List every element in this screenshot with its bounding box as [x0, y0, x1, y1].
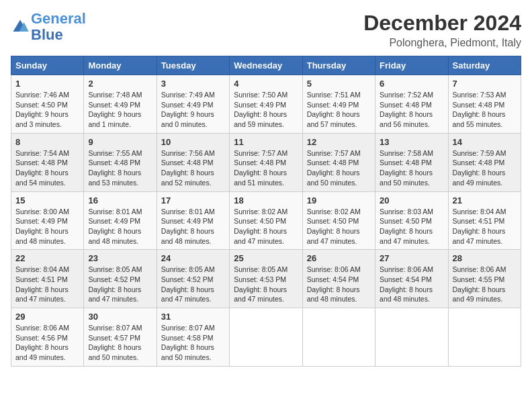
day-number: 3: [161, 79, 225, 89]
logo-text: General Blue: [31, 11, 86, 43]
table-row: 4 Sunrise: 7:50 AMSunset: 4:49 PMDayligh…: [230, 75, 302, 134]
logo-icon: [11, 17, 30, 36]
table-row: [375, 308, 448, 367]
day-detail: Sunrise: 8:04 AMSunset: 4:51 PMDaylight:…: [453, 208, 506, 245]
table-row: 23 Sunrise: 8:05 AMSunset: 4:52 PMDaylig…: [84, 250, 157, 308]
day-number: 22: [15, 253, 79, 263]
day-detail: Sunrise: 8:01 AMSunset: 4:49 PMDaylight:…: [88, 208, 142, 245]
day-detail: Sunrise: 8:02 AMSunset: 4:50 PMDaylight:…: [307, 208, 361, 245]
calendar-week-1: 1 Sunrise: 7:46 AMSunset: 4:50 PMDayligh…: [11, 75, 521, 134]
table-row: 8 Sunrise: 7:54 AMSunset: 4:48 PMDayligh…: [11, 133, 84, 191]
calendar-table: Sunday Monday Tuesday Wednesday Thursday…: [11, 56, 521, 367]
table-row: 12 Sunrise: 7:57 AMSunset: 4:48 PMDaylig…: [302, 133, 375, 191]
day-detail: Sunrise: 8:00 AMSunset: 4:49 PMDaylight:…: [15, 208, 69, 245]
day-number: 5: [307, 79, 371, 89]
day-number: 29: [15, 312, 79, 322]
day-number: 24: [161, 253, 225, 263]
day-number: 8: [15, 137, 79, 147]
title-area: December 2024 Polonghera, Piedmont, Ital…: [363, 11, 521, 49]
day-number: 18: [234, 195, 298, 205]
table-row: [230, 308, 302, 367]
day-detail: Sunrise: 7:57 AMSunset: 4:48 PMDaylight:…: [307, 149, 361, 187]
day-number: 14: [453, 137, 517, 147]
day-number: 10: [161, 137, 225, 147]
day-detail: Sunrise: 7:57 AMSunset: 4:48 PMDaylight:…: [234, 149, 287, 187]
day-detail: Sunrise: 7:54 AMSunset: 4:48 PMDaylight:…: [15, 149, 69, 187]
table-row: [448, 308, 521, 367]
col-tuesday: Tuesday: [157, 56, 229, 75]
col-wednesday: Wednesday: [230, 56, 302, 75]
table-row: 10 Sunrise: 7:56 AMSunset: 4:48 PMDaylig…: [157, 133, 229, 191]
day-number: 2: [88, 79, 152, 89]
table-row: [302, 308, 375, 367]
day-detail: Sunrise: 8:06 AMSunset: 4:54 PMDaylight:…: [307, 265, 361, 303]
table-row: 31 Sunrise: 8:07 AMSunset: 4:58 PMDaylig…: [157, 308, 229, 367]
table-row: 28 Sunrise: 8:06 AMSunset: 4:55 PMDaylig…: [448, 250, 521, 308]
table-row: 2 Sunrise: 7:48 AMSunset: 4:49 PMDayligh…: [84, 75, 157, 134]
table-row: 24 Sunrise: 8:05 AMSunset: 4:52 PMDaylig…: [157, 250, 229, 308]
table-row: 11 Sunrise: 7:57 AMSunset: 4:48 PMDaylig…: [230, 133, 302, 191]
calendar-week-3: 15 Sunrise: 8:00 AMSunset: 4:49 PMDaylig…: [11, 191, 521, 250]
col-saturday: Saturday: [448, 56, 521, 75]
day-number: 20: [380, 195, 443, 205]
day-detail: Sunrise: 8:05 AMSunset: 4:53 PMDaylight:…: [234, 265, 287, 303]
table-row: 26 Sunrise: 8:06 AMSunset: 4:54 PMDaylig…: [302, 250, 375, 308]
day-number: 16: [88, 195, 152, 205]
day-number: 27: [380, 253, 443, 263]
day-number: 7: [453, 79, 517, 89]
day-number: 12: [307, 137, 371, 147]
calendar-week-5: 29 Sunrise: 8:06 AMSunset: 4:56 PMDaylig…: [11, 308, 521, 367]
day-detail: Sunrise: 8:06 AMSunset: 4:56 PMDaylight:…: [15, 324, 69, 361]
day-detail: Sunrise: 8:04 AMSunset: 4:51 PMDaylight:…: [15, 265, 69, 303]
day-number: 17: [161, 195, 225, 205]
day-number: 9: [88, 137, 152, 147]
logo: General Blue: [11, 11, 86, 43]
table-row: 17 Sunrise: 8:01 AMSunset: 4:49 PMDaylig…: [157, 191, 229, 250]
table-row: 22 Sunrise: 8:04 AMSunset: 4:51 PMDaylig…: [11, 250, 84, 308]
month-title: December 2024: [363, 11, 521, 36]
day-number: 1: [15, 79, 79, 89]
location-title: Polonghera, Piedmont, Italy: [363, 37, 521, 49]
table-row: 16 Sunrise: 8:01 AMSunset: 4:49 PMDaylig…: [84, 191, 157, 250]
day-number: 13: [380, 137, 443, 147]
calendar-week-2: 8 Sunrise: 7:54 AMSunset: 4:48 PMDayligh…: [11, 133, 521, 191]
day-number: 4: [234, 79, 298, 89]
day-detail: Sunrise: 7:48 AMSunset: 4:49 PMDaylight:…: [88, 91, 142, 128]
day-detail: Sunrise: 8:07 AMSunset: 4:57 PMDaylight:…: [88, 324, 142, 361]
col-friday: Friday: [375, 56, 448, 75]
day-detail: Sunrise: 8:05 AMSunset: 4:52 PMDaylight:…: [161, 265, 215, 303]
table-row: 20 Sunrise: 8:03 AMSunset: 4:50 PMDaylig…: [375, 191, 448, 250]
table-row: 1 Sunrise: 7:46 AMSunset: 4:50 PMDayligh…: [11, 75, 84, 134]
table-row: 27 Sunrise: 8:06 AMSunset: 4:54 PMDaylig…: [375, 250, 448, 308]
day-detail: Sunrise: 7:58 AMSunset: 4:48 PMDaylight:…: [380, 149, 433, 187]
day-detail: Sunrise: 8:05 AMSunset: 4:52 PMDaylight:…: [88, 265, 142, 303]
table-row: 21 Sunrise: 8:04 AMSunset: 4:51 PMDaylig…: [448, 191, 521, 250]
table-row: 30 Sunrise: 8:07 AMSunset: 4:57 PMDaylig…: [84, 308, 157, 367]
day-detail: Sunrise: 7:50 AMSunset: 4:49 PMDaylight:…: [234, 91, 287, 128]
day-detail: Sunrise: 8:03 AMSunset: 4:50 PMDaylight:…: [380, 208, 433, 245]
day-number: 19: [307, 195, 371, 205]
day-detail: Sunrise: 7:53 AMSunset: 4:48 PMDaylight:…: [453, 91, 506, 128]
day-detail: Sunrise: 8:06 AMSunset: 4:54 PMDaylight:…: [380, 265, 433, 303]
day-number: 31: [161, 312, 225, 322]
day-detail: Sunrise: 7:55 AMSunset: 4:48 PMDaylight:…: [88, 149, 142, 187]
day-number: 21: [453, 195, 517, 205]
day-detail: Sunrise: 7:56 AMSunset: 4:48 PMDaylight:…: [161, 149, 215, 187]
table-row: 18 Sunrise: 8:02 AMSunset: 4:50 PMDaylig…: [230, 191, 302, 250]
header: General Blue December 2024 Polonghera, P…: [11, 11, 521, 49]
day-number: 11: [234, 137, 298, 147]
calendar-week-4: 22 Sunrise: 8:04 AMSunset: 4:51 PMDaylig…: [11, 250, 521, 308]
table-row: 9 Sunrise: 7:55 AMSunset: 4:48 PMDayligh…: [84, 133, 157, 191]
table-row: 5 Sunrise: 7:51 AMSunset: 4:49 PMDayligh…: [302, 75, 375, 134]
day-detail: Sunrise: 7:46 AMSunset: 4:50 PMDaylight:…: [15, 91, 69, 128]
day-number: 30: [88, 312, 152, 322]
day-number: 15: [15, 195, 79, 205]
header-row: Sunday Monday Tuesday Wednesday Thursday…: [11, 56, 521, 75]
col-sunday: Sunday: [11, 56, 84, 75]
table-row: 13 Sunrise: 7:58 AMSunset: 4:48 PMDaylig…: [375, 133, 448, 191]
table-row: 14 Sunrise: 7:59 AMSunset: 4:48 PMDaylig…: [448, 133, 521, 191]
day-detail: Sunrise: 7:51 AMSunset: 4:49 PMDaylight:…: [307, 91, 361, 128]
day-number: 28: [453, 253, 517, 263]
day-number: 6: [380, 79, 443, 89]
table-row: 19 Sunrise: 8:02 AMSunset: 4:50 PMDaylig…: [302, 191, 375, 250]
